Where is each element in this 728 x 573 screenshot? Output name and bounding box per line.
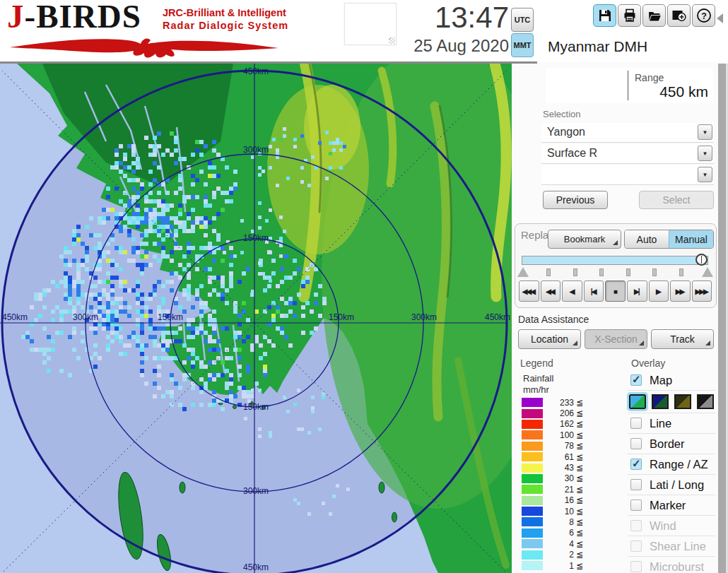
legend-operator: ≦	[576, 495, 583, 505]
legend-row: 43≦	[522, 462, 599, 473]
legend-value: 233	[543, 398, 574, 408]
overlay-item-label: Marker	[650, 499, 686, 512]
legend-unit-line2: mm/hr	[523, 384, 549, 395]
image-preview-box[interactable]	[344, 3, 397, 45]
legend-operator: ≦	[576, 528, 583, 538]
map-style-swatch[interactable]	[652, 394, 669, 409]
overlay-list: MapLineBorderRange / AZLati / LongMarker…	[628, 370, 715, 573]
svg-text:150km: 150km	[243, 402, 269, 412]
print-button[interactable]	[618, 4, 641, 27]
overlay-item-wind: Wind	[628, 516, 715, 536]
legend-operator: ≦	[576, 517, 583, 527]
select-button[interactable]: Select	[639, 191, 714, 209]
overlay-item-marker[interactable]: Marker	[628, 495, 715, 516]
logo-title: J-BIRDS	[7, 0, 141, 35]
range-label: Range	[635, 72, 664, 83]
transport-button-4[interactable]: ■	[605, 280, 626, 302]
overlay-item-label: Range / AZ	[650, 458, 708, 471]
checkbox[interactable]	[630, 459, 642, 470]
radar-map[interactable]: 450km 300km 150km 150km 300km 450km 450k…	[0, 64, 512, 573]
save-button[interactable]	[593, 4, 616, 27]
eagle-icon	[6, 35, 283, 61]
legend-value: 206	[543, 408, 574, 418]
capture-button[interactable]	[667, 4, 691, 27]
manual-button[interactable]: Manual	[669, 230, 713, 248]
extra-dropdown[interactable]: ▼	[541, 165, 714, 185]
logo-tagline-1: JRC-Brilliant & Intelligent	[163, 7, 286, 18]
transport-button-1[interactable]: ◀◀	[541, 280, 561, 302]
site-dropdown-value: Yangon	[547, 126, 585, 138]
legend-color-swatch	[522, 474, 543, 483]
x-section-button[interactable]: X-Section	[585, 329, 647, 349]
site-dropdown[interactable]: Yangon ▼	[541, 123, 714, 143]
slider-start-marker-icon	[517, 267, 529, 277]
checkbox	[630, 540, 642, 552]
transport-button-7[interactable]: ▶▶	[670, 280, 691, 302]
legend-value: 8	[543, 517, 574, 527]
checkbox[interactable]	[630, 438, 642, 449]
svg-text:150km: 150km	[158, 312, 183, 322]
help-button[interactable]: ?	[692, 4, 715, 27]
overlay-item-map[interactable]: Map	[628, 370, 715, 391]
legend-operator: ≦	[576, 561, 583, 571]
svg-text:300km: 300km	[411, 312, 437, 322]
svg-text:?: ?	[701, 11, 707, 21]
chevron-down-icon[interactable]: ▼	[698, 167, 712, 182]
transport-button-5[interactable]: ▶|	[627, 280, 647, 302]
location-button[interactable]: Location	[518, 329, 581, 349]
legend-row: 233≦	[522, 397, 599, 408]
product-dropdown[interactable]: Surface R ▼	[541, 144, 714, 164]
legend-value: 30	[543, 473, 574, 483]
slider-tick	[652, 268, 657, 276]
open-folder-button[interactable]	[642, 4, 666, 27]
utc-button[interactable]: UTC	[511, 8, 534, 32]
app-logo: J-BIRDS JRC-Brilliant & Intelligent Rada…	[4, 1, 287, 61]
legend-row: 78≦	[522, 441, 599, 451]
svg-text:450km: 450km	[485, 312, 510, 322]
transport-button-2[interactable]: ◀	[562, 280, 582, 302]
map-style-swatch[interactable]	[697, 394, 714, 409]
legend-value: 1	[543, 561, 574, 571]
checkbox[interactable]	[630, 374, 642, 386]
overlay-item-border[interactable]: Border	[628, 434, 715, 454]
transport-button-6[interactable]: ▶	[649, 280, 669, 302]
auto-button[interactable]: Auto	[625, 230, 669, 248]
overlay-item-range-az[interactable]: Range / AZ	[628, 454, 715, 475]
mmt-button[interactable]: MMT	[511, 33, 534, 57]
legend-color-swatch	[522, 430, 543, 439]
chevron-down-icon[interactable]: ▼	[698, 124, 712, 140]
map-style-swatch[interactable]	[674, 394, 691, 409]
previous-button[interactable]: Previous	[543, 191, 608, 209]
checkbox[interactable]	[630, 418, 642, 429]
map-style-swatch[interactable]	[629, 394, 646, 409]
checkbox[interactable]	[630, 500, 642, 511]
legend-row: 2≦	[522, 549, 599, 560]
scrollbar-strip[interactable]	[718, 64, 726, 573]
legend-value: 78	[543, 441, 574, 451]
transport-button-0[interactable]: ◀◀◀	[519, 280, 539, 302]
chevron-down-icon[interactable]: ▼	[698, 146, 712, 161]
overlay-item-label: Shear Line	[650, 540, 706, 553]
bookmark-button[interactable]: Bookmark	[548, 230, 621, 249]
overlay-item-label: Lati / Long	[650, 478, 704, 492]
range-value: 450 km	[659, 83, 708, 100]
legend-operator: ≦	[576, 539, 583, 549]
transport-button-3[interactable]: |◀	[584, 280, 604, 302]
header-bar: J-BIRDS JRC-Brilliant & Intelligent Rada…	[0, 0, 728, 62]
overlay-item-lati-long[interactable]: Lati / Long	[628, 475, 715, 495]
product-dropdown-value: Surface R	[547, 147, 597, 160]
checkbox[interactable]	[630, 479, 642, 490]
transport-button-8[interactable]: ▶▶▶	[692, 280, 712, 302]
overlay-item-label: Wind	[650, 519, 676, 533]
svg-text:450km: 450km	[2, 312, 28, 322]
panel-collapse-arrow-icon[interactable]	[717, 13, 723, 23]
overlay-item-line[interactable]: Line	[628, 413, 715, 434]
svg-text:300km: 300km	[73, 312, 98, 322]
legend-operator: ≦	[576, 507, 583, 516]
track-button[interactable]: Track	[651, 329, 714, 349]
svg-text:450km: 450km	[243, 66, 269, 76]
slider-tick	[546, 268, 551, 276]
time-slider-track[interactable]	[522, 256, 708, 265]
selection-label: Selection	[543, 109, 580, 119]
time-slider-thumb[interactable]	[695, 254, 708, 266]
